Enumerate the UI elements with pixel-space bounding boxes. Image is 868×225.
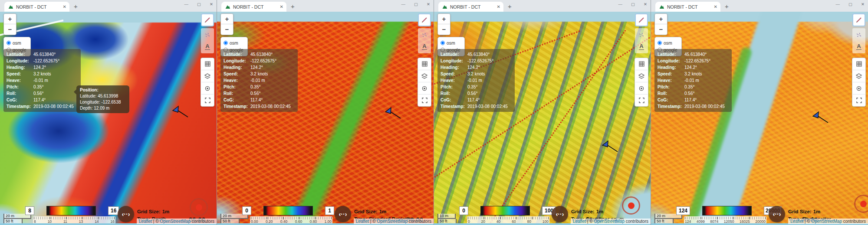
- zoom-out-button[interactable]: −: [221, 24, 233, 35]
- fullscreen-button[interactable]: [201, 95, 214, 106]
- basemap-option-osm[interactable]: osm: [441, 39, 460, 46]
- measure-marks-button[interactable]: [635, 29, 648, 41]
- font-size-button[interactable]: A: [635, 41, 648, 52]
- fullscreen-button[interactable]: [853, 95, 865, 106]
- leaflet-link[interactable]: Leaflet: [139, 219, 152, 224]
- draw-measure-button[interactable]: [201, 13, 214, 26]
- info-label: Heading:: [441, 64, 467, 71]
- osm-radio[interactable]: [7, 41, 11, 45]
- browser-tab[interactable]: NORBIT - DCT ✕: [4, 2, 69, 12]
- grid-toggle-button[interactable]: [853, 58, 865, 70]
- minimize-button[interactable]: —: [836, 2, 840, 7]
- openstreetmap-link[interactable]: OpenStreetMap: [377, 219, 408, 224]
- pan-mode-button[interactable]: ‹··›: [552, 206, 568, 222]
- tab-close-icon[interactable]: ✕: [280, 4, 283, 9]
- info-label: Timestamp:: [224, 103, 250, 110]
- maximize-button[interactable]: ▢: [848, 2, 852, 7]
- basemap-option-osm[interactable]: osm: [7, 39, 26, 46]
- info-value: -122.652675°: [250, 58, 276, 64]
- maximize-button[interactable]: ▢: [197, 2, 201, 7]
- tab-close-icon[interactable]: ✕: [497, 4, 500, 9]
- draw-measure-button[interactable]: [635, 13, 648, 26]
- bathymetry-map-stddev[interactable]: + − osm google Latitude:45.613840° Longi…: [217, 12, 434, 225]
- layers-button[interactable]: [418, 70, 431, 82]
- new-tab-button[interactable]: +: [725, 3, 729, 10]
- layers-button[interactable]: [201, 70, 214, 82]
- close-button[interactable]: ✕: [210, 2, 213, 7]
- vessel-marker-icon[interactable]: [384, 106, 403, 122]
- openstreetmap-link[interactable]: OpenStreetMap: [594, 219, 625, 224]
- browser-tab[interactable]: NORBIT - DCT ✕: [438, 2, 503, 12]
- openstreetmap-link[interactable]: OpenStreetMap: [160, 219, 191, 224]
- bathymetry-map-backscatter[interactable]: + − osm google Latitude:45.613840° Longi…: [651, 12, 868, 225]
- font-size-button[interactable]: A: [418, 41, 431, 52]
- record-indicator[interactable]: [622, 196, 640, 215]
- attribution: Leaflet | © OpenStreetMap contributors: [137, 218, 217, 224]
- map-tools: A: [201, 13, 214, 107]
- zoom-control: + −: [3, 13, 16, 35]
- new-tab-button[interactable]: +: [74, 3, 78, 10]
- pan-mode-button[interactable]: ‹··›: [769, 206, 785, 222]
- draw-measure-button[interactable]: [852, 13, 865, 26]
- grid-toggle-button[interactable]: [635, 58, 648, 70]
- fullscreen-button[interactable]: [418, 95, 431, 106]
- minimize-button[interactable]: —: [401, 2, 406, 7]
- osm-radio[interactable]: [224, 41, 228, 45]
- leaflet-link[interactable]: Leaflet: [790, 219, 803, 224]
- bathymetry-map-count[interactable]: + − osm google Latitude:45.613840° Longi…: [434, 12, 651, 225]
- zoom-in-button[interactable]: +: [221, 14, 233, 24]
- font-size-button[interactable]: A: [853, 41, 865, 52]
- openstreetmap-link[interactable]: OpenStreetMap: [811, 219, 842, 224]
- maximize-button[interactable]: ▢: [414, 2, 418, 7]
- zoom-out-button[interactable]: −: [438, 24, 450, 35]
- info-label: Pitch:: [7, 84, 33, 90]
- maximize-button[interactable]: ▢: [631, 2, 635, 7]
- leaflet-link[interactable]: Leaflet: [356, 219, 369, 224]
- vessel-marker-icon[interactable]: [171, 105, 191, 121]
- basemap-option-osm[interactable]: osm: [224, 39, 243, 46]
- close-button[interactable]: ✕: [644, 2, 647, 7]
- osm-radio[interactable]: [441, 41, 445, 45]
- zoom-out-button[interactable]: −: [655, 24, 667, 35]
- pan-mode-button[interactable]: ‹··›: [118, 206, 134, 222]
- zoom-in-button[interactable]: +: [438, 14, 450, 24]
- pan-mode-button[interactable]: ‹··›: [335, 206, 351, 222]
- bathymetry-map-depth[interactable]: + − osm google Latitude:45.613840° Longi…: [0, 12, 217, 225]
- measure-marks-button[interactable]: [853, 29, 865, 41]
- vessel-marker-icon[interactable]: [812, 111, 831, 126]
- layers-button[interactable]: [635, 70, 648, 82]
- close-button[interactable]: ✕: [861, 2, 865, 7]
- browser-tab[interactable]: NORBIT - DCT ✕: [655, 2, 720, 12]
- tab-close-icon[interactable]: ✕: [714, 4, 717, 9]
- new-tab-button[interactable]: +: [508, 3, 512, 10]
- fullscreen-button[interactable]: [635, 95, 648, 106]
- new-tab-button[interactable]: +: [291, 3, 295, 10]
- osm-radio[interactable]: [658, 41, 662, 45]
- layers-button[interactable]: [853, 70, 865, 82]
- minimize-button[interactable]: —: [618, 2, 623, 7]
- leaflet-link[interactable]: Leaflet: [573, 219, 586, 224]
- measure-marks-button[interactable]: [201, 29, 214, 41]
- record-indicator[interactable]: [190, 198, 208, 216]
- grid-toggle-button[interactable]: [418, 58, 431, 70]
- browser-tab[interactable]: NORBIT - DCT ✕: [221, 2, 286, 12]
- record-indicator[interactable]: [854, 195, 868, 213]
- basemap-option-osm[interactable]: osm: [658, 39, 677, 46]
- tab-close-icon[interactable]: ✕: [63, 4, 66, 9]
- locate-button[interactable]: [635, 82, 648, 95]
- minimize-button[interactable]: —: [184, 2, 189, 7]
- zoom-out-button[interactable]: −: [4, 24, 16, 35]
- font-size-button[interactable]: A: [201, 41, 214, 52]
- close-button[interactable]: ✕: [427, 2, 430, 7]
- locate-button[interactable]: [418, 82, 431, 95]
- map-tools: A: [418, 13, 431, 107]
- draw-measure-button[interactable]: [418, 13, 431, 26]
- grid-toggle-button[interactable]: [201, 58, 214, 70]
- vessel-marker-icon[interactable]: [601, 140, 620, 155]
- zoom-in-button[interactable]: +: [655, 14, 667, 24]
- zoom-in-button[interactable]: +: [4, 14, 16, 24]
- locate-button[interactable]: [853, 82, 865, 95]
- tooltip-title: Position:: [80, 87, 126, 93]
- measure-marks-button[interactable]: [418, 29, 431, 41]
- locate-button[interactable]: [201, 82, 214, 95]
